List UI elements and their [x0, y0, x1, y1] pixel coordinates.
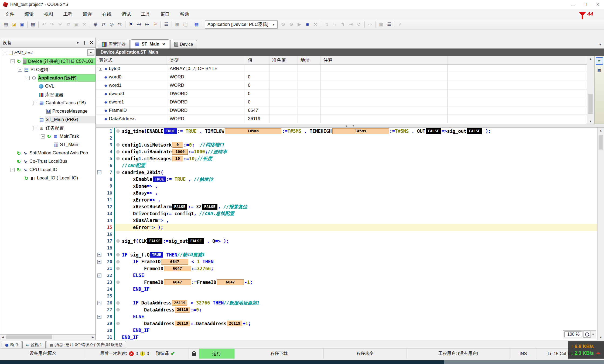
- tree-expander-icon[interactable]: −: [11, 168, 15, 172]
- zoom-level[interactable]: 100 %: [564, 331, 582, 337]
- table-row[interactable]: +byte0ARRAY [0..7] OF BYTE: [96, 65, 587, 73]
- declaration-tableview-button[interactable]: ▦: [596, 66, 603, 74]
- code-line-26[interactable]: −26 IF DataAddress26119 > 32766 THEN//数据…: [96, 300, 597, 307]
- code-text[interactable]: sig_f(CLKFALSE:=sig_outFALSE , Q=> );: [121, 238, 597, 245]
- restore-button[interactable]: ❐: [579, 0, 592, 9]
- scroll-down-icon[interactable]: ▼: [598, 335, 603, 340]
- tree-item-gvl[interactable]: GVL: [0, 82, 95, 91]
- code-line-1[interactable]: 1sig_time(ENABLETRUE:= TRUE , TIMELOWT#5…: [96, 128, 597, 135]
- tree-item-local_io-local-io-[interactable]: Local_IO ( Local IO): [0, 174, 95, 182]
- breakpoint-column[interactable]: [114, 258, 121, 265]
- monitor-value-box[interactable]: 6647: [161, 259, 188, 265]
- next-statement-button[interactable]: ⇨: [366, 21, 374, 28]
- column-header-5[interactable]: 注释: [321, 56, 448, 64]
- prepared-value-cell[interactable]: [269, 81, 298, 89]
- tree-item-co-trust-localbus[interactable]: Co-Trust LocalBus: [0, 157, 95, 166]
- code-line-2[interactable]: 2: [96, 135, 597, 142]
- breakpoint-column[interactable]: [114, 162, 121, 169]
- column-header-1[interactable]: 类型: [167, 56, 245, 64]
- code-line-28[interactable]: −28 ELSE: [96, 313, 597, 320]
- online-check-button[interactable]: ✓: [397, 21, 404, 28]
- tab-overflow-chevron-icon[interactable]: ▼: [599, 43, 602, 46]
- breakpoint-column[interactable]: [114, 272, 121, 279]
- menu-item-2[interactable]: 视图: [39, 9, 58, 19]
- replace-button[interactable]: ⇄: [100, 21, 107, 28]
- type-cell[interactable]: DWORD: [167, 106, 245, 115]
- magnifier-icon[interactable]: [583, 331, 591, 338]
- type-cell[interactable]: WORD: [167, 115, 245, 123]
- reset-button[interactable]: ↺: [355, 21, 363, 28]
- monitor-value-box[interactable]: 6647: [164, 279, 191, 285]
- code-text[interactable]: xDone=> ,: [121, 183, 597, 190]
- monitor-bool-box[interactable]: FALSE: [172, 204, 187, 210]
- start-button[interactable]: ▶: [296, 21, 303, 28]
- breakpoint-column[interactable]: [114, 128, 121, 135]
- type-cell[interactable]: DWORD: [167, 90, 245, 98]
- prepared-value-cell[interactable]: [269, 65, 298, 73]
- table-row[interactable]: word0WORD0: [96, 73, 587, 81]
- menu-item-1[interactable]: 编辑: [19, 9, 39, 19]
- undo-button[interactable]: ↶: [40, 21, 48, 28]
- monitor-bool-box[interactable]: TRUE: [164, 128, 177, 134]
- row-expander-icon[interactable]: +: [99, 67, 102, 71]
- monitor-value-box[interactable]: 1000: [172, 149, 188, 155]
- code-line-15[interactable]: 15 eError=> );: [96, 224, 597, 231]
- code-text[interactable]: candrive_29bit(: [121, 169, 597, 176]
- breakpoint-column[interactable]: [114, 313, 121, 320]
- menu-item-3[interactable]: 工程: [58, 9, 78, 19]
- address-cell[interactable]: [298, 98, 321, 106]
- breakpoint-column[interactable]: [114, 293, 121, 300]
- code-text[interactable]: xEnableTRUE:= TRUE , //触发位: [121, 176, 597, 183]
- tree-item--[interactable]: −任务配置: [0, 124, 95, 132]
- code-text[interactable]: FrameID6647:=32766;: [121, 265, 597, 272]
- value-cell[interactable]: 0: [245, 90, 269, 98]
- tree-item-softmotion-general-axis-poo[interactable]: SoftMotion General Axis Poo: [0, 149, 95, 157]
- next-bookmark-button[interactable]: ↦: [143, 21, 151, 28]
- device-tree-hscrollbar[interactable]: ◀ ▶: [0, 334, 95, 340]
- code-line-23[interactable]: 23 FrameID6647:=FrameID6647-1;: [96, 279, 597, 286]
- open-project-button[interactable]: ◪: [10, 21, 18, 28]
- breakpoint-column[interactable]: [114, 306, 121, 313]
- new-object-button[interactable]: ▦: [173, 21, 181, 28]
- prepared-value-cell[interactable]: [269, 115, 298, 123]
- step-over-button[interactable]: ↴: [323, 21, 330, 28]
- breakpoint-column[interactable]: [114, 135, 121, 142]
- vscroll-thumb[interactable]: [599, 135, 603, 150]
- menu-item-0[interactable]: 文件: [0, 9, 19, 19]
- expression-cell[interactable]: +byte0: [96, 65, 167, 73]
- tree-item-processmessage[interactable]: ProcessMessage: [0, 107, 95, 116]
- find-in-project-button[interactable]: ◎: [108, 21, 115, 28]
- address-cell[interactable]: [298, 106, 321, 115]
- code-line-11[interactable]: 11 xError=> ,: [96, 196, 597, 203]
- code-lines[interactable]: 1sig_time(ENABLETRUE:= TRUE , TIMELOWT#5…: [96, 128, 597, 340]
- breakpoint-column[interactable]: [114, 327, 121, 334]
- code-line-13[interactable]: 13 DriverConfig:= config1, //can.总线配置: [96, 210, 597, 217]
- tree-expander-icon[interactable]: −: [3, 51, 7, 55]
- tree-item-hmi_test[interactable]: −HMI_test▼: [0, 49, 95, 57]
- tree-item-device-cth3-c57-103[interactable]: −Device [连接的] (CTH3 C57-103: [0, 57, 95, 65]
- toggle-bookmark-button[interactable]: ⚑: [127, 21, 135, 28]
- code-line-7[interactable]: −7candrive_29bit(: [96, 169, 597, 176]
- monitor-value-box[interactable]: T#5ms: [225, 128, 281, 134]
- tree-item-application-[interactable]: −Application [运行]: [0, 74, 95, 82]
- code-line-31[interactable]: 31END_IF: [96, 334, 597, 340]
- code-text[interactable]: DataAddress26119:=0;: [121, 306, 597, 313]
- code-line-19[interactable]: −19IF sig_f.QTRUE THEN//帧ID自减1: [96, 251, 597, 258]
- active-application-combo[interactable]: Application [Device: PLC逻辑]▼: [205, 20, 278, 29]
- tree-expander-icon[interactable]: −: [33, 126, 37, 130]
- code-line-27[interactable]: 27 DataAddress26119:=0;: [96, 306, 597, 313]
- tab-st_main[interactable]: ST_Main✕: [131, 39, 169, 48]
- monitor-value-box[interactable]: T#5ms: [332, 128, 389, 134]
- type-cell[interactable]: ARRAY [0..7] OF BYTE: [167, 65, 245, 73]
- monitor-bool-box[interactable]: FALSE: [188, 238, 203, 244]
- code-text[interactable]: END_IF: [121, 286, 597, 293]
- code-text[interactable]: IF DataAddress26119 > 32766 THEN//数据地址自加…: [121, 300, 597, 307]
- breakpoint-column[interactable]: [114, 320, 121, 327]
- code-text[interactable]: [121, 245, 597, 252]
- breakpoint-column[interactable]: [114, 231, 121, 238]
- scroll-up-icon[interactable]: ▲: [588, 56, 593, 61]
- comment-cell[interactable]: [321, 81, 448, 89]
- cut-button[interactable]: ✂: [56, 21, 64, 28]
- declaration-textview-button[interactable]: ≡: [596, 57, 603, 65]
- paste-button[interactable]: ▣: [73, 21, 80, 28]
